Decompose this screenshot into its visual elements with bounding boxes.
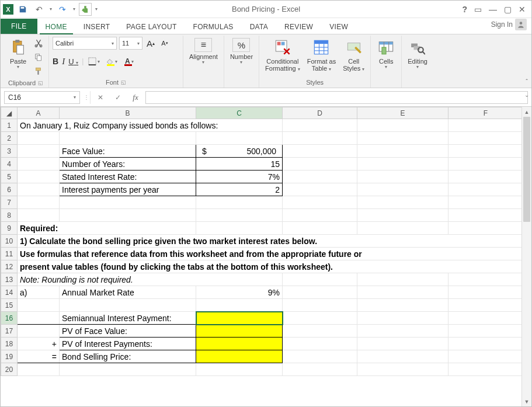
cell[interactable]: 7% [196, 171, 283, 183]
cell[interactable] [60, 363, 196, 376]
cell[interactable] [357, 325, 448, 338]
grid[interactable]: ◢ A B C D E F ( 1 On January 1, Ruiz Com… [1, 107, 521, 406]
cell[interactable] [196, 325, 283, 338]
cell[interactable]: Note: Rounding is not required. [18, 273, 283, 286]
formula-input[interactable] [145, 91, 528, 104]
tab-formulas[interactable]: FORMULAS [185, 19, 242, 34]
cell[interactable]: Required: [18, 222, 196, 235]
col-header[interactable]: A [18, 107, 60, 119]
bold-button[interactable]: B [53, 57, 58, 66]
cell[interactable] [283, 222, 357, 235]
cell[interactable] [448, 312, 522, 325]
cancel-formula-icon[interactable]: ✕ [93, 91, 108, 104]
scroll-track[interactable] [522, 117, 531, 396]
cell[interactable] [448, 325, 522, 338]
cell[interactable] [448, 363, 522, 376]
row-header[interactable]: 6 [1, 183, 18, 196]
cell[interactable] [18, 171, 60, 183]
cell[interactable] [283, 363, 357, 376]
cell[interactable] [283, 158, 357, 171]
conditional-formatting-button[interactable]: Conditional Formatting ▾ [263, 37, 302, 74]
cell[interactable] [448, 145, 522, 158]
cell[interactable] [18, 145, 60, 158]
collapse-ribbon-icon[interactable]: ˆ [526, 78, 528, 85]
tab-home[interactable]: HOME [37, 19, 75, 34]
expand-formula-bar-icon[interactable]: ⌄ [524, 92, 529, 98]
cell[interactable] [283, 299, 357, 312]
tab-insert[interactable]: INSERT [75, 19, 119, 34]
col-header[interactable]: C [196, 107, 283, 119]
cell[interactable] [448, 158, 522, 171]
cell[interactable]: + [18, 338, 60, 350]
cell[interactable]: PV of Face Value: [60, 325, 196, 338]
cell[interactable] [18, 158, 60, 171]
cell[interactable]: Semiannual Interest Payment: [60, 312, 196, 325]
italic-button[interactable]: I [62, 57, 65, 67]
cell[interactable] [357, 273, 448, 286]
cell[interactable] [283, 286, 357, 299]
row-header[interactable]: 8 [1, 209, 18, 222]
row-header[interactable]: 7 [1, 196, 18, 209]
col-header[interactable]: D [283, 107, 357, 119]
cell[interactable] [18, 325, 60, 338]
cell[interactable] [60, 196, 196, 209]
redo-dropdown-icon[interactable]: ▾ [72, 6, 77, 12]
cell[interactable] [18, 363, 60, 376]
cell[interactable]: On January 1, Ruiz Company issued bonds … [18, 119, 283, 132]
cell[interactable] [357, 286, 448, 299]
cell[interactable] [448, 196, 522, 209]
cell[interactable] [357, 158, 448, 171]
dialog-launcher-icon[interactable]: ◱ [38, 80, 43, 86]
cell[interactable] [283, 350, 357, 363]
borders-button[interactable]: ▾ [87, 55, 101, 67]
row-header[interactable]: 5 [1, 171, 18, 183]
cell[interactable] [18, 196, 60, 209]
help-icon[interactable]: ? [462, 5, 467, 14]
cell[interactable] [448, 338, 522, 350]
cell[interactable]: Stated Interest Rate: [60, 171, 196, 183]
scroll-thumb[interactable] [523, 117, 530, 222]
row-header[interactable]: 19 [1, 350, 18, 363]
increase-font-icon[interactable]: A▴ [145, 37, 157, 50]
tab-file[interactable]: FILE [1, 19, 37, 34]
fill-color-button[interactable]: ▾ [105, 55, 119, 67]
row-header[interactable]: 2 [1, 132, 18, 145]
select-all-corner[interactable]: ◢ [1, 107, 18, 119]
customize-qat-icon[interactable]: ▾ [94, 6, 99, 12]
cell[interactable] [448, 222, 522, 235]
cell[interactable] [448, 183, 522, 196]
tab-data[interactable]: DATA [242, 19, 276, 34]
save-icon[interactable] [16, 2, 30, 16]
number-format-button[interactable]: % Number▾ [228, 37, 255, 67]
undo-icon[interactable]: ↶ [32, 2, 46, 16]
cell[interactable] [448, 299, 522, 312]
cell[interactable]: present value tables (found by clicking … [18, 260, 522, 273]
insert-function-icon[interactable]: fx [128, 91, 143, 104]
row-header[interactable]: 13 [1, 273, 18, 286]
cell[interactable] [448, 209, 522, 222]
close-icon[interactable]: ✕ [519, 5, 526, 14]
row-header[interactable]: 17 [1, 325, 18, 338]
col-header[interactable]: E [357, 107, 448, 119]
cell[interactable] [357, 350, 448, 363]
cell-styles-button[interactable]: Cell Styles ▾ [340, 37, 367, 74]
touch-mode-icon[interactable] [79, 3, 92, 16]
alignment-button[interactable]: ≡ Alignment▾ [187, 37, 220, 67]
row-header[interactable]: 15 [1, 299, 18, 312]
cell[interactable]: Interest payments per year [60, 183, 196, 196]
row-header[interactable]: 20 [1, 363, 18, 376]
format-painter-icon[interactable] [32, 65, 45, 78]
cell[interactable]: PV of Interest Payments: [60, 338, 196, 350]
cell[interactable] [196, 363, 283, 376]
cell[interactable] [196, 350, 283, 363]
cell[interactable]: Number of Years: [60, 158, 196, 171]
font-size-combo[interactable]: 11▾ [119, 37, 142, 50]
editing-button[interactable]: Editing▾ [405, 37, 430, 71]
cell[interactable] [283, 145, 357, 158]
cell[interactable] [283, 325, 357, 338]
underline-button[interactable]: U ▾ [68, 57, 78, 66]
cell[interactable]: Use formulas that reference data from th… [18, 248, 522, 260]
paste-button[interactable]: Paste▾ [6, 37, 30, 71]
tab-view[interactable]: VIEW [321, 19, 356, 34]
cell[interactable]: Annual Market Rate [60, 286, 196, 299]
